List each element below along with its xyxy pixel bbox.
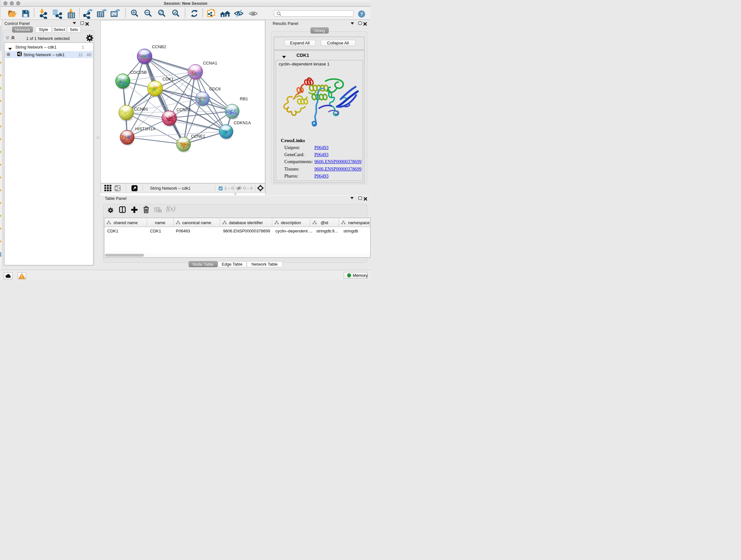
svg-text:CDK1: CDK1 bbox=[162, 77, 174, 81]
svg-text:CDC6: CDC6 bbox=[209, 86, 221, 91]
svg-text:CCNE1: CCNE1 bbox=[191, 133, 205, 138]
svg-text:CCNA1: CCNA1 bbox=[203, 61, 217, 65]
svg-text:CCNB2: CCNB2 bbox=[152, 44, 166, 49]
svg-text:CCNA2: CCNA2 bbox=[177, 107, 191, 112]
svg-text:RB1: RB1 bbox=[240, 96, 248, 101]
svg-text:CDC25B: CDC25B bbox=[130, 70, 147, 75]
svg-text:CDKN1A: CDKN1A bbox=[234, 120, 251, 125]
svg-text:CCNB1: CCNB1 bbox=[134, 107, 148, 111]
svg-text:HIST1H1A: HIST1H1A bbox=[135, 126, 155, 131]
